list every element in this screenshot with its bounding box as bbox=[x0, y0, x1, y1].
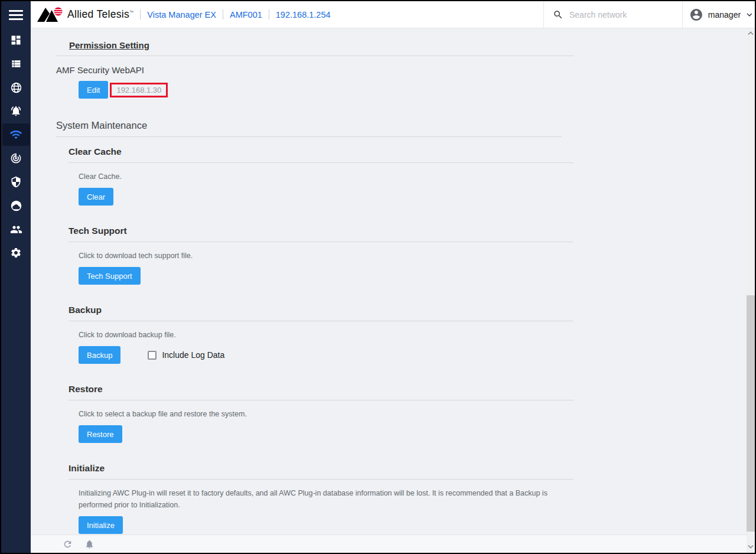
scrollbar-thumb[interactable] bbox=[747, 295, 755, 532]
section-title: Backup bbox=[69, 305, 747, 315]
cloud-icon bbox=[10, 200, 22, 212]
user-name: manager bbox=[708, 10, 741, 19]
sidebar-item-network-map[interactable] bbox=[1, 76, 31, 99]
divider bbox=[69, 479, 573, 480]
page-body: Permission Setting AMF Security WebAPI E… bbox=[31, 28, 755, 553]
dashboard-icon bbox=[10, 34, 22, 46]
section-description: Click to select a backup file and restor… bbox=[79, 408, 563, 420]
divider bbox=[69, 321, 573, 321]
breadcrumb-ip[interactable]: 192.168.1.254 bbox=[276, 10, 331, 19]
vertical-scrollbar[interactable] bbox=[747, 28, 755, 553]
refresh-icon bbox=[63, 539, 73, 549]
user-avatar-icon bbox=[689, 8, 703, 22]
breadcrumb-network[interactable]: AMF001 bbox=[230, 10, 262, 19]
bottom-bar bbox=[31, 535, 747, 553]
brand-text: Allied Telesis™ bbox=[67, 8, 133, 21]
globe-icon bbox=[10, 82, 22, 94]
divider bbox=[69, 400, 573, 400]
webapi-address-annotated: 192.168.1.30 bbox=[110, 83, 168, 97]
wifi-icon bbox=[9, 128, 22, 141]
header: Allied Telesis™ Vista Manager EX AMF001 … bbox=[31, 1, 755, 28]
section-description: Click to download tech support file. bbox=[79, 250, 563, 262]
divider bbox=[269, 9, 269, 19]
divider bbox=[69, 162, 573, 163]
backup-button[interactable]: Backup bbox=[79, 346, 120, 364]
sidebar-item-asset-list[interactable] bbox=[1, 52, 31, 76]
hamburger-menu-button[interactable] bbox=[1, 1, 31, 28]
bell-icon bbox=[10, 105, 22, 117]
users-icon bbox=[10, 223, 22, 236]
sidebar-item-settings[interactable] bbox=[1, 241, 31, 265]
section-tech-support: Tech Support Click to download tech supp… bbox=[69, 226, 747, 285]
gear-icon bbox=[10, 247, 22, 259]
section-description: Clear Cache. bbox=[79, 171, 563, 183]
sidebar-item-wireless-active[interactable] bbox=[1, 123, 31, 146]
sidebar-item-users[interactable] bbox=[1, 217, 31, 241]
webapi-edit-row: Edit 192.168.1.30 bbox=[79, 81, 747, 99]
section-title: Clear Cache bbox=[69, 146, 747, 157]
section-restore: Restore Click to select a backup file an… bbox=[69, 384, 747, 443]
section-description: Click to download backup file. bbox=[79, 329, 563, 341]
section-initialize: Initialize Initializing AWC Plug-in will… bbox=[69, 463, 747, 534]
hamburger-icon bbox=[9, 8, 23, 22]
clear-button[interactable]: Clear bbox=[79, 188, 113, 206]
sidebar-item-dashboard[interactable] bbox=[1, 28, 31, 52]
app-window: Allied Telesis™ Vista Manager EX AMF001 … bbox=[0, 0, 756, 554]
settings-content: Permission Setting AMF Security WebAPI E… bbox=[31, 28, 747, 535]
system-maintenance-title: System Maintenance bbox=[56, 120, 747, 131]
restore-button[interactable]: Restore bbox=[79, 425, 122, 443]
search-icon bbox=[553, 9, 563, 20]
section-backup: Backup Click to download backup file. Ba… bbox=[69, 305, 747, 364]
divider bbox=[140, 9, 141, 19]
section-title: Restore bbox=[69, 384, 747, 395]
include-log-data-checkbox[interactable] bbox=[148, 351, 157, 360]
sidebar bbox=[1, 1, 31, 553]
allied-telesis-logo-icon bbox=[37, 6, 63, 24]
section-title: Initialize bbox=[69, 463, 747, 474]
search-input[interactable] bbox=[569, 10, 670, 19]
divider bbox=[56, 136, 562, 137]
checkbox-label: Include Log Data bbox=[162, 350, 224, 360]
notifications-button[interactable] bbox=[83, 538, 95, 550]
include-log-data-option[interactable]: Include Log Data bbox=[148, 350, 224, 360]
refresh-button[interactable] bbox=[61, 538, 73, 550]
scroll-up-icon[interactable] bbox=[748, 31, 754, 35]
section-title: Tech Support bbox=[69, 226, 747, 236]
divider bbox=[223, 9, 223, 19]
amf-security-webapi-title: AMF Security WebAPI bbox=[56, 65, 747, 75]
sidebar-item-security[interactable] bbox=[1, 170, 31, 194]
edit-button[interactable]: Edit bbox=[79, 81, 108, 99]
sidebar-item-traffic-monitoring[interactable] bbox=[1, 146, 31, 170]
divider bbox=[69, 242, 573, 242]
main-column: Allied Telesis™ Vista Manager EX AMF001 … bbox=[31, 1, 755, 553]
tech-support-button[interactable]: Tech Support bbox=[79, 267, 141, 285]
sidebar-item-cloud[interactable] bbox=[1, 194, 31, 217]
scroll-down-icon[interactable] bbox=[748, 545, 754, 549]
breadcrumb-product[interactable]: Vista Manager EX bbox=[147, 10, 216, 19]
user-menu[interactable]: manager bbox=[682, 1, 755, 28]
initialize-button[interactable]: Initialize bbox=[79, 516, 123, 534]
divider bbox=[56, 56, 573, 56]
track-changes-icon bbox=[10, 152, 22, 164]
permission-setting-title: Permission Setting bbox=[69, 40, 747, 50]
search-box bbox=[543, 1, 682, 28]
chevron-down-icon bbox=[744, 9, 755, 20]
list-icon bbox=[10, 58, 22, 70]
section-clear-cache: Clear Cache Clear Cache. Clear bbox=[69, 146, 747, 206]
shield-icon bbox=[10, 176, 22, 188]
notification-bell-icon bbox=[84, 539, 94, 549]
section-description: Initializing AWC Plug-in will reset it t… bbox=[79, 487, 563, 511]
sidebar-item-events[interactable] bbox=[1, 99, 31, 123]
